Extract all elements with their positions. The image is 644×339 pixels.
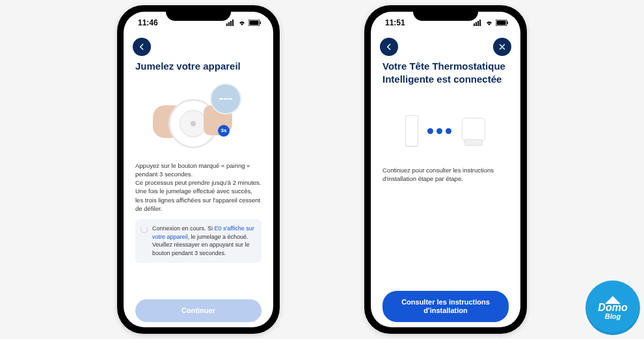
cellular-icon [226,20,235,26]
battery-icon [496,20,509,26]
watermark-line1: Domo [598,303,627,313]
zoom-indicator-icon [210,83,241,115]
connected-illustration [382,111,509,150]
pairing-illustration: 3s [153,83,244,155]
phone-mockup-connected: 11:51 Votre Tête Thermostatique Intellig… [364,5,527,334]
connection-dots-icon [427,128,451,134]
view-instructions-button[interactable]: Consulter les instructions d'installatio… [382,291,509,322]
content-area: Jumelez votre appareil 3s Appuyez sur le… [124,60,273,327]
battery-icon [248,20,262,26]
close-button[interactable] [493,38,511,56]
info-box: Connexion en cours. Si E0 s'affiche sur … [135,219,262,262]
chevron-left-icon [384,42,394,51]
svg-rect-0 [226,23,228,26]
cellular-icon [474,20,483,26]
svg-rect-3 [232,20,234,26]
wifi-icon [237,20,247,26]
relay-icon [405,115,418,146]
close-icon [498,42,507,51]
page-title: Votre Tête Thermostatique Intelligente e… [382,60,509,85]
svg-rect-12 [497,21,506,25]
phone-notch [413,5,478,21]
svg-rect-7 [474,23,475,26]
description-text: Continuez pour consulter les instruction… [382,166,509,183]
content-area: Votre Tête Thermostatique Intelligente e… [371,60,520,327]
nav-bar [371,34,520,60]
watermark-line2: Blog [605,313,621,320]
nav-bar [124,34,273,60]
duration-badge: 3s [218,125,230,137]
svg-rect-13 [507,21,509,24]
svg-rect-8 [476,22,477,26]
continue-button[interactable]: Continuer [135,299,262,322]
thermostatic-valve-icon [461,118,487,144]
wifi-icon [485,20,494,26]
back-button[interactable] [133,38,151,56]
phone-notch [166,5,231,21]
svg-rect-9 [477,21,479,26]
svg-rect-2 [230,21,232,26]
status-time: 11:46 [138,18,158,27]
phone-mockup-pairing: 11:46 Jumelez votre appareil 3s Appuyez [117,5,280,334]
svg-rect-1 [228,22,230,26]
back-button[interactable] [380,38,398,56]
spinner-icon [141,226,148,233]
screen-pairing: 11:46 Jumelez votre appareil 3s Appuyez [124,12,273,327]
status-indicators [474,20,509,26]
page-title: Jumelez votre appareil [135,60,262,73]
svg-rect-5 [250,21,259,25]
svg-rect-10 [479,20,481,26]
screen-connected: 11:51 Votre Tête Thermostatique Intellig… [371,12,520,327]
info-text-prefix: Connexion en cours. Si [152,225,215,232]
description-text: Appuyez sur le bouton marqué « pairing »… [135,161,262,213]
svg-rect-6 [260,21,262,24]
chevron-left-icon [137,42,146,51]
status-time: 11:51 [385,18,405,27]
status-indicators [226,20,262,26]
domoblog-watermark: Domo Blog [585,280,640,335]
